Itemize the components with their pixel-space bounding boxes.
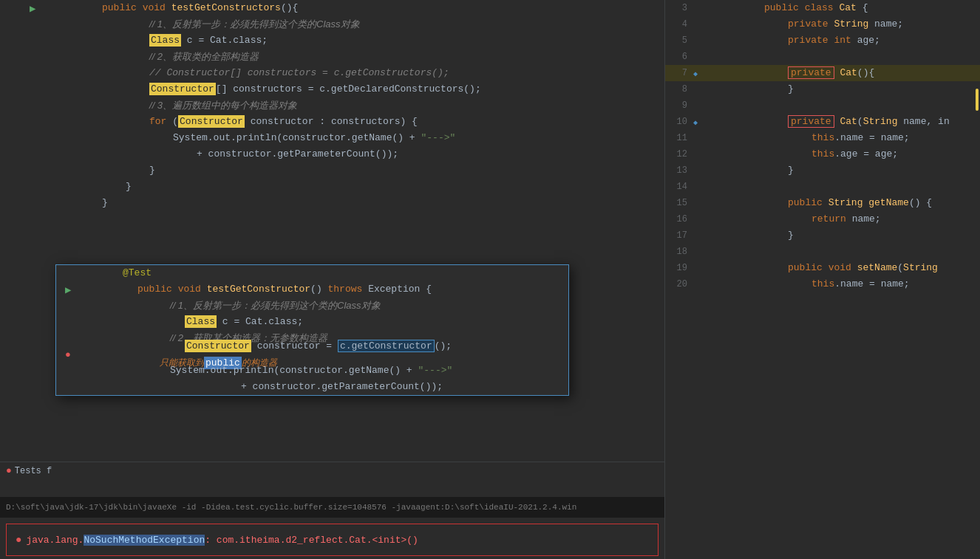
error-suffix: : com.itheima.d2_reflect.Cat.<init>() xyxy=(205,535,418,546)
left-panel: ▶ public void testGetConstructors(){ // … xyxy=(0,0,665,559)
right-line-13: 13 } xyxy=(665,162,980,179)
right-panel: 3 public class Cat { 4 private String na… xyxy=(665,0,980,559)
run-path-bar: D:\soft\java\jdk-17\jdk\bin\javaeXe -id … xyxy=(0,497,664,518)
right-line-5: 5 private int age; xyxy=(665,32,980,49)
error-prefix: java.lang. xyxy=(26,535,84,546)
breakpoint-icon: ◆ xyxy=(693,70,698,78)
error-box: ● java.lang.NoSuchMethodException: com.i… xyxy=(6,524,659,556)
right-line-20: 20 this.name = name; xyxy=(665,276,980,292)
scroll-indicator-right xyxy=(976,89,979,111)
tests-label: Tests f xyxy=(15,466,52,476)
tests-error-icon: ● xyxy=(6,465,12,476)
popup-line-8: + constructor.getParameterCount()); xyxy=(56,379,568,395)
tests-bar: ● Tests f xyxy=(0,462,664,479)
run-gutter-icon[interactable]: ▶ xyxy=(30,3,35,15)
popup-overlay: @Test ▶ public void testGetConstructor()… xyxy=(55,264,569,396)
right-code-area: 3 public class Cat { 4 private String na… xyxy=(665,0,980,292)
editor-container: ▶ public void testGetConstructors(){ // … xyxy=(0,0,980,559)
error-highlight: NoSuchMethodException xyxy=(84,535,205,546)
left-code-area: ▶ public void testGetConstructors(){ // … xyxy=(0,0,664,211)
breakpoint-icon-2: ◆ xyxy=(693,119,698,127)
right-line-17: 17 } xyxy=(665,227,980,244)
error-circle-icon: ● xyxy=(16,534,21,546)
right-line-8: 8 } xyxy=(665,81,980,97)
line-13: } xyxy=(0,195,664,211)
run-path-text: D:\soft\java\jdk-17\jdk\bin\javaeXe -id … xyxy=(6,503,576,512)
